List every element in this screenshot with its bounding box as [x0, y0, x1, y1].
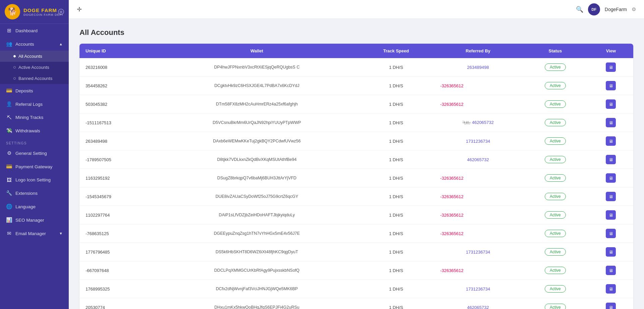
sidebar-item-withdrawals[interactable]: 💸 Withdrawals [0, 124, 69, 137]
view-button[interactable]: 🖥 [606, 266, 616, 275]
table-row: 354458262 DCgktvHk9zC6HSXJGE4L7PdBA7x6Kc… [79, 77, 633, 95]
table-row: -1511167513 D5VCsnuBkrMm6UrQaJN92hpiYUUy… [79, 114, 633, 132]
td-wallet: DHxu1mKx5hkwQoBHqJfqS6EPJFi4G2uRSu [156, 298, 358, 309]
sidebar-item-logo-icon-setting[interactable]: 🖼 Logo Icon Setting [0, 173, 69, 186]
main-area: ✛ 🔍 DF DogeFarm ⚙ All Accounts Unique ID… [69, 0, 644, 309]
td-status: Active [522, 150, 589, 169]
table-row: -667097648 DDCLPqXMMGCUrKbRfAgy9Pujxsskb… [79, 261, 633, 280]
td-view[interactable]: 🖥 [589, 224, 633, 243]
td-wallet: DP4hwJFPNxnbV3xcRtXiESjqQeRQUgbsS C [156, 58, 358, 77]
td-view[interactable]: 🖥 [589, 243, 633, 261]
td-referred: -326365612 [434, 95, 522, 114]
logo-doge: DOGE [23, 7, 40, 13]
td-id: 20530774 [79, 298, 156, 309]
view-button[interactable]: 🖥 [606, 303, 616, 309]
view-button[interactable]: 🖥 [606, 62, 616, 72]
td-view[interactable]: 🖥 [589, 187, 633, 206]
td-status: Active [522, 280, 589, 298]
view-button[interactable]: 🖥 [606, 155, 616, 164]
sidebar-item-payment-gateway[interactable]: 💳 Payment Gateway [0, 160, 69, 173]
sidebar-item-language[interactable]: 🌐 Language [0, 200, 69, 213]
td-id: 1776796485 [79, 243, 156, 261]
sidebar-item-general-setting[interactable]: ⚙ General Setting [0, 146, 69, 160]
td-wallet: DS5k6HbSKHT8D6WZ6iXt48fjhKC9qgDyuT [156, 243, 358, 261]
td-referred: -326365612 [434, 261, 522, 280]
td-referred: 1731236734 [434, 280, 522, 298]
logo-area: 🐕 DOGE FARM DOGECOIN FARM DEFI ◎ [0, 0, 69, 24]
status-badge: Active [545, 304, 566, 309]
td-speed: 1 DH/S [358, 280, 434, 298]
chevron-down-icon: ▼ [59, 231, 63, 235]
td-view[interactable]: 🖥 [589, 169, 633, 187]
sidebar-label-language: Language [15, 204, 36, 209]
td-status: Active [522, 58, 589, 77]
view-button[interactable]: 🖥 [606, 99, 616, 109]
col-status: Status [522, 44, 589, 58]
view-button[interactable]: 🖥 [606, 81, 616, 90]
sidebar-label-referral-logs: Referral Logs [15, 102, 43, 107]
mining-icon: ⛏ [6, 115, 12, 120]
td-view[interactable]: 🖥 [589, 150, 633, 169]
sidebar-item-email-manager[interactable]: ✉ Email Manager ▼ [0, 227, 69, 240]
td-view[interactable]: 🖥 [589, 261, 633, 280]
sidebar-item-referral-logs[interactable]: 👤 Referral Logs [0, 97, 69, 111]
table-row: -768635125 DGEEypuZnqZsg1hTN7vYhHGx5mE4v… [79, 224, 633, 243]
view-button[interactable]: 🖥 [606, 284, 616, 294]
td-view[interactable]: 🖥 [589, 77, 633, 95]
td-view[interactable]: 🖥 [589, 58, 633, 77]
td-view[interactable]: 🖥 [589, 114, 633, 132]
view-button[interactable]: 🖥 [606, 192, 616, 201]
td-wallet: D5VCsnuBkrMm6UrQaJN92hpiYUUyPTpWWP [156, 114, 358, 132]
td-view[interactable]: 🖥 [589, 95, 633, 114]
td-view[interactable]: 🖥 [589, 206, 633, 224]
sidebar-item-accounts[interactable]: 👥 Accounts ▲ [0, 37, 69, 51]
sidebar-item-mining-tracks[interactable]: ⛏ Mining Tracks [0, 111, 69, 124]
td-status: Active [522, 243, 589, 261]
sidebar-item-seo-manager[interactable]: 📊 SEO Manager [0, 213, 69, 227]
page-title: All Accounts [79, 28, 633, 37]
td-referred: 飞机: 462065732 [434, 114, 522, 132]
sidebar-label-deposits: Deposits [15, 88, 33, 93]
accounts-table-container: Unique ID Wallet Track Speed Referred By… [79, 44, 633, 309]
td-status: Active [522, 224, 589, 243]
td-view[interactable]: 🖥 [589, 298, 633, 309]
status-badge: Active [545, 267, 566, 274]
sidebar-label-banned-accounts: Banned Accounts [18, 76, 52, 81]
status-badge: Active [545, 156, 566, 163]
sidebar-item-active-accounts[interactable]: Active Accounts [0, 62, 69, 73]
sidebar-item-all-accounts[interactable]: All Accounts [0, 51, 69, 62]
sidebar-label-general-setting: General Setting [15, 151, 47, 156]
search-icon[interactable]: 🔍 [576, 6, 583, 13]
menu-icon[interactable]: ✛ [77, 6, 82, 13]
td-status: Active [522, 187, 589, 206]
table-row: 503045382 DTm58FX8zMH2cAuHmrERz4a25xf6af… [79, 95, 633, 114]
td-referred: -326365612 [434, 169, 522, 187]
td-view[interactable]: 🖥 [589, 280, 633, 298]
view-button[interactable]: 🖥 [606, 136, 616, 146]
view-button[interactable]: 🖥 [606, 229, 616, 238]
view-button[interactable]: 🖥 [606, 247, 616, 257]
status-badge: Active [545, 100, 566, 108]
topbar-settings-icon[interactable]: ⚙ [632, 6, 636, 12]
table-row: 1163295192 DSugZ8brkqpQ7v6baMj6BUH3JttAr… [79, 169, 633, 187]
td-view[interactable]: 🖥 [589, 132, 633, 150]
view-button[interactable]: 🖥 [606, 173, 616, 183]
sidebar-item-dashboard[interactable]: ⊞ Dashboard [0, 24, 69, 37]
td-wallet: D8tjkk7VDLkxnZkQdBvXKqMSUtAthfBe94 [156, 150, 358, 169]
language-icon: 🌐 [6, 204, 12, 210]
td-wallet: DSugZ8brkqpQ7v6baMj6BUH3JttArYjVFD [156, 169, 358, 187]
view-button[interactable]: 🖥 [606, 210, 616, 220]
sidebar-label-dashboard: Dashboard [15, 28, 38, 33]
td-referred: 1731236734 [434, 132, 522, 150]
pin-button[interactable]: ◎ [58, 9, 64, 15]
sidebar-label-seo-manager: SEO Manager [15, 218, 44, 223]
view-button[interactable]: 🖥 [606, 118, 616, 127]
table-row: -1789507505 D8tjkk7VDLkxnZkQdBvXKqMSUtAt… [79, 150, 633, 169]
sidebar-item-banned-accounts[interactable]: Banned Accounts [0, 73, 69, 84]
sidebar-item-extensions[interactable]: 🔧 Extensions [0, 186, 69, 200]
status-badge: Active [545, 137, 566, 145]
td-id: -1789507505 [79, 150, 156, 169]
sidebar-label-payment-gateway: Payment Gateway [15, 164, 52, 169]
sidebar-item-deposits[interactable]: 💳 Deposits [0, 84, 69, 97]
status-badge: Active [545, 119, 566, 126]
